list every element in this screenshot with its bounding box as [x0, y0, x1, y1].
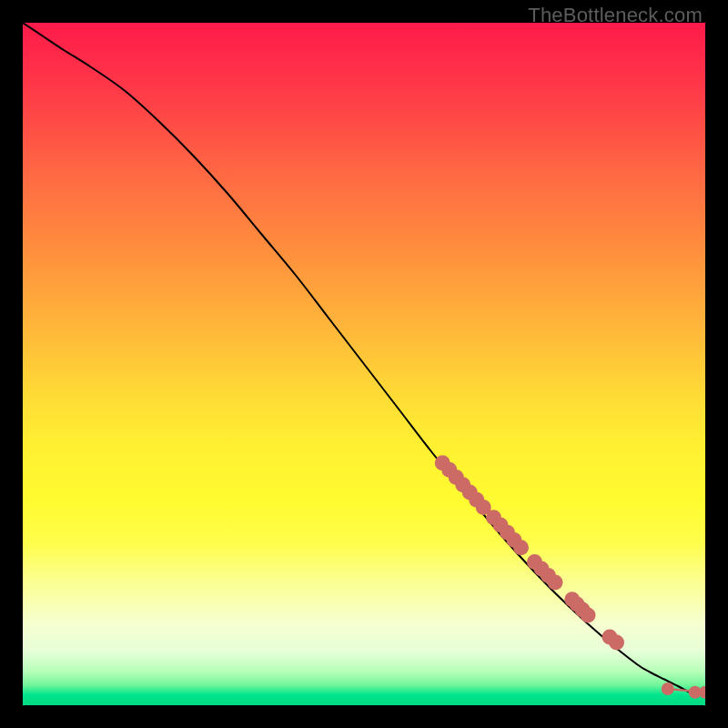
chart-frame: TheBottleneck.com	[0, 0, 728, 728]
plot-area	[23, 23, 705, 705]
data-point	[581, 608, 596, 623]
data-point	[609, 635, 624, 651]
bottleneck-curve	[23, 23, 699, 697]
data-point	[513, 540, 529, 555]
data-point	[548, 575, 563, 591]
chart-svg	[23, 23, 705, 705]
attribution-text: TheBottleneck.com	[528, 4, 703, 27]
